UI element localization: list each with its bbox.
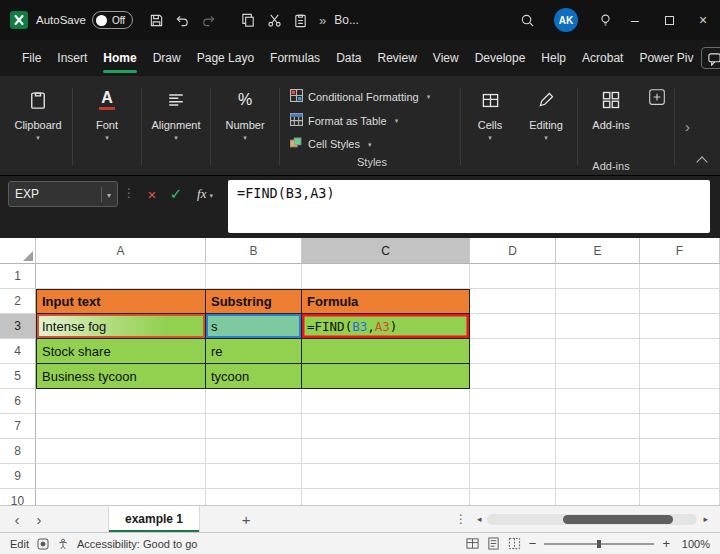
- row-header-4[interactable]: 4: [0, 339, 36, 364]
- row-header-6[interactable]: 6: [0, 389, 36, 414]
- row-header-7[interactable]: 7: [0, 414, 36, 439]
- cell-B3[interactable]: s: [206, 314, 302, 339]
- cell-D3[interactable]: [470, 314, 556, 339]
- cell-D10[interactable]: [470, 489, 556, 505]
- name-box-dropdown-icon[interactable]: ▾: [107, 192, 111, 200]
- cell-C9[interactable]: [302, 464, 470, 489]
- cell-B7[interactable]: [206, 414, 302, 439]
- cell-C1[interactable]: [302, 264, 470, 289]
- cell-B2[interactable]: Substring: [206, 289, 302, 314]
- formula-input[interactable]: =FIND(B3,A3): [228, 180, 710, 233]
- column-header-C[interactable]: C: [302, 238, 470, 264]
- cell-B1[interactable]: [206, 264, 302, 289]
- cell-B10[interactable]: [206, 489, 302, 505]
- tab-scroll-splitter-icon[interactable]: ⋮: [455, 512, 467, 526]
- autosave-toggle[interactable]: Off: [92, 11, 133, 29]
- cell-styles-button[interactable]: Cell Styles ▾: [290, 132, 454, 156]
- sheet-nav-right-icon[interactable]: ›: [28, 511, 50, 528]
- column-header-A[interactable]: A: [36, 238, 206, 264]
- close-button[interactable]: ×: [686, 0, 720, 40]
- more-commands-icon[interactable]: »: [313, 13, 332, 28]
- cell-E3[interactable]: [556, 314, 640, 339]
- page-layout-view-button[interactable]: [487, 537, 500, 550]
- tab-review[interactable]: Review: [369, 40, 424, 76]
- cell-D4[interactable]: [470, 339, 556, 364]
- zoom-slider[interactable]: [544, 538, 654, 550]
- hscroll-left-icon[interactable]: ◂: [473, 514, 486, 524]
- hscroll-right-icon[interactable]: ▸: [699, 514, 712, 524]
- cell-F9[interactable]: [640, 464, 720, 489]
- cell-C10[interactable]: [302, 489, 470, 505]
- cell-E7[interactable]: [556, 414, 640, 439]
- tab-developer[interactable]: Develope: [467, 40, 534, 76]
- cell-F7[interactable]: [640, 414, 720, 439]
- cell-A2[interactable]: Input text: [36, 289, 206, 314]
- editing-group-button[interactable]: Editing ▾: [517, 78, 575, 175]
- select-all-corner[interactable]: [0, 238, 36, 264]
- cell-D6[interactable]: [470, 389, 556, 414]
- cell-D1[interactable]: [470, 264, 556, 289]
- cell-F2[interactable]: [640, 289, 720, 314]
- more-ribbon-groups-icon[interactable]: ›: [677, 118, 698, 135]
- redo-button[interactable]: [195, 7, 221, 33]
- cell-A10[interactable]: [36, 489, 206, 505]
- cell-A1[interactable]: [36, 264, 206, 289]
- cell-D8[interactable]: [470, 439, 556, 464]
- cell-C2[interactable]: Formula: [302, 289, 470, 314]
- horizontal-scrollbar-thumb[interactable]: [563, 515, 673, 524]
- cell-A5[interactable]: Business tycoon: [36, 364, 206, 389]
- cell-A3[interactable]: Intense fog: [36, 314, 206, 339]
- tab-view[interactable]: View: [425, 40, 467, 76]
- zoom-in-button[interactable]: +: [662, 536, 670, 551]
- zoom-level[interactable]: 100%: [678, 538, 710, 550]
- cell-F5[interactable]: [640, 364, 720, 389]
- sheet-tab-example-1[interactable]: example 1: [108, 506, 200, 532]
- lightbulb-button[interactable]: [592, 7, 618, 33]
- cell-E10[interactable]: [556, 489, 640, 505]
- cell-E5[interactable]: [556, 364, 640, 389]
- font-group-button[interactable]: A Font ▾: [75, 78, 139, 175]
- accessibility-icon[interactable]: [57, 538, 69, 550]
- cell-F8[interactable]: [640, 439, 720, 464]
- cell-D2[interactable]: [470, 289, 556, 314]
- row-header-5[interactable]: 5: [0, 364, 36, 389]
- tab-help[interactable]: Help: [533, 40, 574, 76]
- collapse-ribbon-icon[interactable]: [696, 156, 707, 167]
- row-header-10[interactable]: 10: [0, 489, 36, 505]
- add-sheet-button[interactable]: +: [236, 511, 256, 528]
- cell-B4[interactable]: re: [206, 339, 302, 364]
- addins-button-label[interactable]: Add-ins: [592, 119, 629, 131]
- cell-C6[interactable]: [302, 389, 470, 414]
- cancel-entry-button[interactable]: ×: [140, 181, 164, 207]
- tab-data[interactable]: Data: [328, 40, 369, 76]
- cell-A9[interactable]: [36, 464, 206, 489]
- horizontal-scrollbar[interactable]: [487, 514, 697, 525]
- cut-button[interactable]: [261, 7, 287, 33]
- cell-A4[interactable]: Stock share: [36, 339, 206, 364]
- addin-shortcut-icon[interactable]: [642, 78, 672, 175]
- tab-page-layout[interactable]: Page Layo: [189, 40, 262, 76]
- tab-acrobat[interactable]: Acrobat: [574, 40, 631, 76]
- addins-icon[interactable]: [601, 86, 621, 114]
- number-group-button[interactable]: % Number ▾: [213, 78, 277, 175]
- normal-view-button[interactable]: [466, 537, 479, 550]
- cell-E8[interactable]: [556, 439, 640, 464]
- cell-E4[interactable]: [556, 339, 640, 364]
- cell-B5[interactable]: tycoon: [206, 364, 302, 389]
- cell-F3[interactable]: [640, 314, 720, 339]
- paste-button[interactable]: [287, 7, 313, 33]
- cell-E6[interactable]: [556, 389, 640, 414]
- workbook-name[interactable]: Bo...: [334, 13, 359, 27]
- tab-insert[interactable]: Insert: [49, 40, 95, 76]
- confirm-entry-button[interactable]: ✓: [164, 181, 188, 207]
- cell-B9[interactable]: [206, 464, 302, 489]
- row-header-1[interactable]: 1: [0, 264, 36, 289]
- cell-C3-formula[interactable]: =FIND(B3,A3): [302, 314, 470, 339]
- column-header-F[interactable]: F: [640, 238, 720, 264]
- row-header-8[interactable]: 8: [0, 439, 36, 464]
- sheet-nav-left-icon[interactable]: ‹: [6, 511, 28, 528]
- conditional-formatting-button[interactable]: Conditional Formatting ▾: [290, 85, 454, 109]
- alignment-group-button[interactable]: Alignment ▾: [144, 78, 208, 175]
- maximize-button[interactable]: [652, 0, 686, 40]
- tab-file[interactable]: File: [14, 40, 49, 76]
